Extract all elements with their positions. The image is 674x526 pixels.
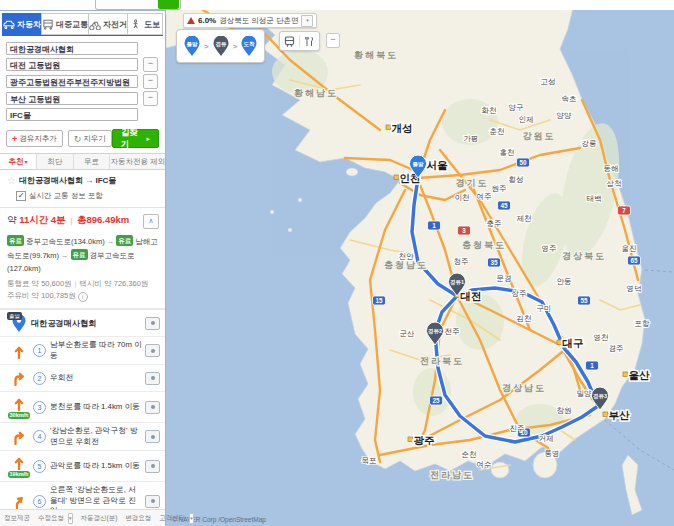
tab-car[interactable]: 자동차 (2, 13, 41, 35)
step-number: 5 (33, 460, 46, 473)
legend-pin-도착[interactable]: 도착 (241, 36, 257, 56)
option-tab-inactive[interactable]: 자동차전용 제외 (110, 154, 165, 169)
summary-separator: | (70, 216, 72, 225)
svg-text:65: 65 (630, 257, 638, 264)
streetview-icon[interactable] (145, 430, 160, 443)
svg-text:화천: 화천 (482, 106, 497, 115)
direction-step[interactable]: 19km/h5관악로를 따라 1.5km 이동 (0, 451, 165, 482)
option-tab-inactive[interactable]: 무료 (74, 154, 111, 169)
legend-pin-경유[interactable]: 경유 (213, 36, 229, 56)
footer-link[interactable]: 정보제공 (4, 514, 30, 523)
option-tab-inactive[interactable]: 최단 (37, 154, 74, 169)
plus-icon: + (12, 134, 17, 144)
map-canvas[interactable]: 13545556525151015037 경기도강원도충청북도충청남도경상북도전… (166, 10, 674, 526)
streetview-icon[interactable] (145, 344, 160, 357)
food-layer-button[interactable] (300, 32, 319, 50)
step-number: 4 (33, 430, 46, 443)
chevron-right-icon: > (233, 42, 238, 51)
svg-text:인제: 인제 (519, 115, 534, 124)
route-summary: 약 11시간 4분 | 총896.49km ∧ (0, 208, 165, 231)
map[interactable]: 13545556525151015037 경기도강원도충청북도충청남도경상북도전… (166, 10, 674, 526)
star-icon[interactable]: ☆ (7, 175, 16, 186)
svg-text:여수: 여수 (477, 460, 492, 469)
svg-text:양양: 양양 (557, 111, 573, 120)
find-route-button[interactable]: 길찾기 ▸ (112, 129, 159, 148)
legend-pin-출발[interactable]: 출발 (184, 36, 200, 56)
remove-stop-button[interactable]: − (143, 57, 158, 72)
footer-link[interactable]: 수정요청 (38, 514, 64, 523)
direction-step[interactable]: 30km/h3봉천로를 따라 1.4km 이동 (0, 392, 165, 423)
remove-stop-button[interactable]: − (143, 91, 158, 106)
tab-bus[interactable]: 대중교통 (41, 13, 88, 35)
transit-layer-button[interactable] (280, 32, 299, 50)
svg-text:횡성: 횡성 (509, 175, 524, 184)
tab-walk[interactable]: 도보 (127, 13, 163, 35)
route-stop-row: 대전 고등법원− (6, 57, 159, 72)
info-icon[interactable]: i (78, 292, 88, 302)
direction-step[interactable]: 2우회전 (0, 365, 165, 392)
toolbar-collapse-button[interactable]: − (326, 33, 340, 48)
svg-text:가평: 가평 (464, 134, 479, 143)
footer-link[interactable]: 자동갱신(분) (81, 514, 118, 523)
svg-text:충청북도: 충청북도 (462, 240, 506, 250)
collapse-button[interactable]: ∧ (143, 214, 159, 229)
streetview-icon[interactable] (145, 401, 160, 414)
svg-text:여주: 여주 (477, 192, 492, 201)
svg-text:충주: 충주 (487, 219, 502, 228)
svg-text:거제: 거제 (539, 434, 554, 443)
step-text: 우회전 (50, 373, 142, 384)
route-stop-fields: 대한공경매사협회대전 고등법원−광주고등법원전주부전주지방법원−부산 고등법원−… (0, 36, 165, 125)
svg-text:속초: 속초 (562, 94, 577, 103)
svg-text:상주: 상주 (512, 289, 527, 298)
streetview-icon[interactable] (145, 495, 160, 508)
svg-text:구미: 구미 (537, 304, 552, 313)
step-number: 2 (33, 372, 46, 385)
footer-link[interactable]: 변경요청 (125, 514, 151, 523)
streetview-icon[interactable] (145, 317, 160, 330)
svg-text:광주: 광주 (414, 434, 436, 446)
route-stop-input[interactable]: IFC몰 (6, 108, 138, 121)
footer-link[interactable]: 고객센터 (159, 514, 185, 523)
direction-step[interactable]: 출발대한공경매사협회 (0, 310, 165, 337)
speed-badge: 19km/h (8, 471, 31, 478)
direction-step[interactable]: 1남부순환로를 따라 70m 이동 (0, 337, 165, 365)
route-stop-input[interactable]: 대전 고등법원 (6, 58, 138, 71)
svg-text:강릉: 강릉 (582, 139, 597, 148)
favorite-route-row[interactable]: ☆ 대한공경매사협회 → IFC몰 (0, 170, 165, 188)
route-stop-input[interactable]: 광주고등법원전주부전주지방법원 (6, 75, 138, 88)
slope-dropdown[interactable]: ▾ (301, 15, 313, 27)
travel-mode-tabs: 자동차대중교통자전거도보 (2, 13, 163, 36)
route-stop-input[interactable]: 부산 고등법원 (6, 92, 138, 105)
walk-icon (130, 18, 142, 30)
caret-down-icon[interactable]: ▾ (189, 513, 194, 524)
svg-text:이천: 이천 (455, 193, 470, 202)
svg-text:울산: 울산 (629, 369, 651, 381)
step-text: 대한공경매사협회 (31, 318, 142, 329)
svg-text:영주: 영주 (542, 244, 557, 253)
slope-indicator: 6.0% 경상북도 의성군 단촌면 ▾ (183, 13, 317, 28)
reload-icon: ↻ (74, 134, 82, 144)
clear-button[interactable]: ↻ 지우기 (68, 130, 112, 147)
svg-text:서울: 서울 (427, 159, 449, 171)
slope-value: 6.0% (198, 16, 216, 25)
svg-text:경주: 경주 (609, 344, 624, 353)
svg-text:50: 50 (519, 159, 527, 166)
tab-bicycle[interactable]: 자전거 (88, 13, 127, 35)
direction-step[interactable]: 4'강남순환로, 관악구청' 방면으로 우회전 (0, 423, 165, 451)
svg-text:삼척: 삼척 (607, 179, 622, 188)
option-tab-active[interactable]: 추천▾ (0, 154, 37, 169)
add-waypoint-button[interactable]: + 경유지추가 (6, 130, 63, 147)
car-icon (3, 18, 15, 30)
svg-text:원주: 원주 (492, 184, 507, 193)
search-button-fragment[interactable] (158, 0, 179, 9)
streetview-icon[interactable] (145, 372, 160, 385)
summary-distance: 총896.49km (77, 214, 129, 225)
caret-down-icon[interactable]: ▾ (68, 513, 73, 524)
straight-arrow-icon (11, 395, 27, 411)
remove-stop-button[interactable]: − (143, 74, 158, 89)
step-number: 3 (33, 401, 46, 414)
streetview-icon[interactable] (145, 460, 160, 473)
svg-text:경기도: 경기도 (456, 178, 489, 188)
realtime-checkbox[interactable]: ✓ (16, 191, 26, 201)
route-stop-input[interactable]: 대한공경매사협회 (6, 42, 138, 55)
